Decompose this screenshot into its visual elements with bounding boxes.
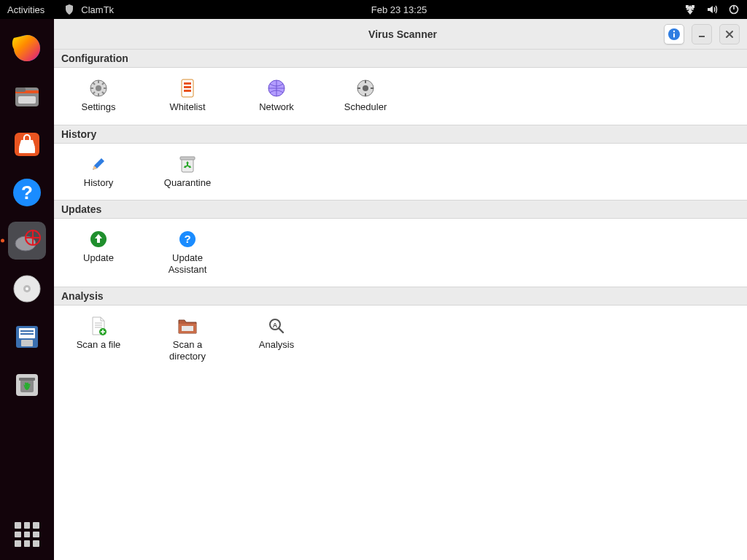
scheduler-icon	[355, 78, 376, 98]
section-analysis: Scan a file Scan a directory A Analysis	[54, 306, 747, 373]
minimize-button[interactable]	[692, 24, 712, 44]
file-add-icon	[88, 316, 109, 336]
tile-label: Scheduler	[344, 101, 387, 113]
tile-quarantine[interactable]: Quarantine	[143, 149, 232, 193]
section-heading-analysis: Analysis	[54, 287, 747, 306]
folder-icon	[177, 316, 198, 336]
section-configuration: Settings Whitelist Network	[54, 68, 747, 125]
tile-update-assistant[interactable]: ? Update Assistant	[143, 225, 232, 279]
network-icon[interactable]	[684, 4, 696, 15]
svg-rect-67	[182, 326, 193, 331]
svg-point-37	[96, 85, 101, 91]
svg-rect-58	[180, 157, 195, 160]
tile-label: Quarantine	[164, 177, 211, 189]
svg-rect-11	[19, 147, 35, 153]
svg-point-23	[26, 287, 28, 290]
svg-point-52	[363, 85, 368, 91]
section-history: History Quarantine	[54, 144, 747, 201]
tile-scheduler[interactable]: Scheduler	[321, 74, 410, 117]
active-app-indicator[interactable]: ClamTk	[63, 4, 114, 15]
tile-label: Update	[83, 252, 114, 264]
svg-rect-48	[184, 86, 191, 88]
svg-text:?: ?	[21, 182, 33, 203]
section-heading-configuration: Configuration	[54, 50, 747, 68]
show-apps-button[interactable]	[15, 522, 39, 547]
tile-label: Settings	[82, 101, 116, 113]
dock-software[interactable]	[8, 125, 46, 163]
dock-disc[interactable]	[8, 270, 46, 308]
tile-label: History	[84, 177, 113, 189]
svg-rect-56	[371, 88, 374, 89]
svg-rect-49	[184, 90, 191, 92]
tile-history[interactable]: History	[54, 149, 143, 193]
svg-line-69	[279, 328, 283, 332]
svg-rect-8	[15, 88, 26, 92]
trash-recycle-icon	[177, 154, 198, 174]
shield-icon	[63, 4, 75, 15]
svg-rect-40	[90, 88, 93, 89]
tile-update[interactable]: Update	[54, 225, 143, 279]
svg-rect-39	[98, 93, 99, 96]
globe-icon	[266, 78, 287, 98]
about-button[interactable]	[664, 24, 684, 44]
tile-scan-file[interactable]: Scan a file	[54, 311, 143, 366]
section-heading-history: History	[54, 125, 747, 144]
dock-trash[interactable]	[8, 366, 46, 404]
tile-whitelist[interactable]: Whitelist	[143, 74, 232, 117]
tile-label: Network	[259, 101, 294, 113]
svg-rect-1	[692, 5, 694, 8]
svg-rect-54	[365, 93, 366, 96]
svg-rect-55	[357, 88, 360, 89]
close-button[interactable]	[719, 24, 740, 44]
tile-analysis[interactable]: A Analysis	[232, 311, 321, 366]
svg-rect-33	[673, 33, 675, 37]
dock: ?	[0, 19, 54, 560]
gear-icon	[88, 78, 109, 98]
tile-label: Update Assistant	[169, 252, 207, 275]
svg-rect-31	[19, 378, 35, 381]
application-window: Virus Scanner Configuration	[54, 19, 747, 560]
tile-scan-directory[interactable]: Scan a directory	[143, 311, 232, 366]
svg-rect-9	[18, 96, 36, 104]
clock[interactable]: Feb 23 13:25	[371, 4, 427, 15]
dock-clamtk[interactable]	[8, 222, 46, 260]
dock-files[interactable]	[8, 77, 46, 115]
tile-label: Analysis	[259, 339, 294, 351]
svg-rect-47	[184, 82, 191, 85]
dock-save[interactable]	[8, 318, 46, 356]
section-heading-updates: Updates	[54, 200, 747, 219]
dock-help[interactable]: ?	[8, 174, 46, 211]
dock-firefox[interactable]	[8, 29, 46, 67]
svg-rect-0	[686, 5, 689, 8]
tile-network[interactable]: Network	[232, 74, 321, 117]
volume-icon[interactable]	[706, 4, 718, 15]
help-circle-icon: ?	[177, 229, 198, 249]
title-bar: Virus Scanner	[54, 19, 747, 50]
window-title: Virus Scanner	[142, 28, 664, 40]
top-bar: Activities ClamTk Feb 23 13:25	[0, 0, 747, 19]
svg-rect-41	[104, 88, 107, 89]
tile-label: Scan a directory	[169, 339, 206, 362]
svg-text:A: A	[273, 322, 278, 329]
tile-label: Whitelist	[169, 101, 205, 113]
power-icon[interactable]	[728, 4, 740, 15]
svg-rect-28	[21, 340, 33, 346]
whitelist-icon	[177, 78, 198, 98]
svg-rect-53	[365, 80, 366, 83]
svg-rect-38	[98, 80, 99, 83]
active-app-name: ClamTk	[81, 4, 114, 15]
tile-settings[interactable]: Settings	[54, 74, 143, 117]
activities-button[interactable]: Activities	[7, 4, 44, 15]
svg-point-19	[31, 236, 34, 239]
pencil-icon	[88, 154, 109, 174]
window-content: Configuration Settings Whitelist	[54, 50, 747, 560]
magnifier-icon: A	[266, 316, 287, 336]
section-updates: Update ? Update Assistant	[54, 219, 747, 287]
update-arrow-icon	[88, 229, 109, 249]
svg-rect-35	[699, 36, 705, 37]
tile-label: Scan a file	[77, 339, 121, 351]
svg-text:?: ?	[184, 233, 190, 245]
svg-point-34	[673, 30, 675, 31]
